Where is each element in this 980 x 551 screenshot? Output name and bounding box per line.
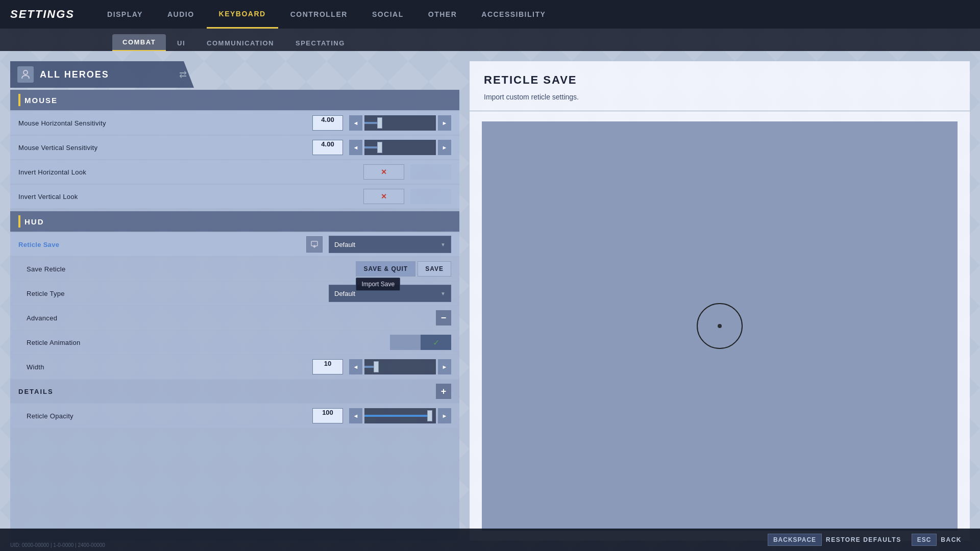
reticle-save-dropdown[interactable]: Default ▼ — [329, 236, 451, 253]
right-panel: RETICLE SAVE Import custom reticle setti… — [470, 61, 970, 541]
mouse-h-sens-track[interactable] — [364, 115, 436, 131]
hero-icon — [17, 66, 34, 83]
invert-v-bg — [410, 189, 451, 204]
details-expand-btn[interactable]: + — [436, 384, 451, 399]
reticle-save-value: Default — [334, 241, 355, 248]
mouse-h-sens-value[interactable]: 4.00 — [312, 115, 343, 131]
details-row: DETAILS + — [10, 380, 459, 403]
hero-name: ALL HEROES — [40, 69, 173, 80]
invert-h-toggle[interactable]: ✕ — [363, 164, 404, 180]
mouse-h-sens-inc[interactable]: ► — [438, 115, 451, 131]
hud-section-header: HUD — [10, 211, 459, 232]
bottom-bar: BACKSPACE RESTORE DEFAULTS ESC BACK — [0, 529, 980, 551]
mouse-section-indicator — [18, 94, 20, 106]
advanced-label: Advanced — [27, 314, 430, 322]
width-slider: ◄ ► — [349, 359, 451, 374]
reticle-opacity-track[interactable] — [364, 408, 436, 423]
save-reticle-row: Save Reticle SAVE & QUIT Import Save SAV… — [10, 257, 459, 281]
nav-other[interactable]: OTHER — [416, 0, 470, 29]
tab-communication[interactable]: COMMUNICATION — [197, 35, 284, 51]
reticle-opacity-label: Reticle Opacity — [27, 412, 306, 420]
reticle-outer-circle — [697, 303, 743, 349]
check-bg — [390, 335, 421, 350]
check-btn[interactable]: ✓ — [421, 335, 451, 350]
reticle-animation-label: Reticle Animation — [27, 339, 384, 346]
width-label: Width — [27, 363, 306, 371]
mouse-section-title: MOUSE — [24, 96, 58, 105]
top-nav: SETTINGS DISPLAY AUDIO KEYBOARD CONTROLL… — [0, 0, 980, 29]
width-inc[interactable]: ► — [438, 359, 451, 374]
sub-tabs: COMBAT UI COMMUNICATION SPECTATING — [0, 29, 980, 51]
details-label: DETAILS — [18, 388, 430, 395]
nav-items: DISPLAY AUDIO KEYBOARD CONTROLLER SOCIAL… — [95, 0, 558, 29]
advanced-collapse-btn[interactable]: − — [436, 310, 451, 325]
mouse-h-sens-label: Mouse Horizontal Sensitivity — [18, 119, 306, 127]
nav-audio[interactable]: AUDIO — [155, 0, 207, 29]
import-save-wrapper: SAVE & QUIT Import Save — [356, 261, 415, 277]
right-panel-header: RETICLE SAVE Import custom reticle setti… — [470, 61, 970, 111]
hero-swap-icon[interactable]: ⇄ — [179, 69, 187, 80]
left-panel: ALL HEROES ⇄ MOUSE Mouse Horizontal Sens… — [10, 61, 459, 541]
hud-section-indicator — [18, 215, 20, 228]
invert-v-label: Invert Vertical Look — [18, 193, 357, 201]
reticle-type-value: Default — [334, 290, 355, 297]
reticle-save-row: Reticle Save Default ▼ — [10, 233, 459, 256]
hud-section-title: HUD — [24, 217, 44, 226]
reticle-opacity-dec[interactable]: ◄ — [349, 408, 362, 423]
tab-combat[interactable]: COMBAT — [112, 34, 166, 51]
svg-point-0 — [23, 70, 28, 74]
invert-v-row: Invert Vertical Look ✕ — [10, 185, 459, 208]
mouse-v-sens-row: Mouse Vertical Sensitivity 4.00 ◄ ► — [10, 136, 459, 159]
mouse-v-sens-dec[interactable]: ◄ — [349, 140, 362, 155]
mouse-section-header: MOUSE — [10, 90, 459, 110]
esc-key: ESC — [912, 534, 937, 546]
nav-accessibility[interactable]: ACCESSIBILITY — [469, 0, 558, 29]
save-controls: SAVE & QUIT Import Save SAVE — [356, 261, 451, 277]
invert-h-label: Invert Horizontal Look — [18, 168, 357, 176]
nav-display[interactable]: DISPLAY — [95, 0, 155, 29]
nav-social[interactable]: SOCIAL — [360, 0, 416, 29]
mouse-h-sens-slider: ◄ ► — [349, 115, 451, 131]
reticle-inner-dot — [718, 324, 722, 328]
backspace-key: BACKSPACE — [768, 534, 822, 546]
advanced-row: Advanced − — [10, 306, 459, 330]
save-reticle-label: Save Reticle — [27, 265, 350, 273]
back-label: BACK — [941, 536, 962, 543]
tab-ui[interactable]: UI — [167, 35, 195, 51]
mouse-h-sens-dec[interactable]: ◄ — [349, 115, 362, 131]
invert-v-toggle[interactable]: ✕ — [363, 189, 404, 204]
mouse-h-sens-row: Mouse Horizontal Sensitivity 4.00 ◄ ► — [10, 111, 459, 135]
reticle-opacity-slider: ◄ ► — [349, 408, 451, 423]
reticle-save-label: Reticle Save — [18, 241, 300, 248]
reticle-animation-row: Reticle Animation ✓ — [10, 331, 459, 354]
width-value[interactable]: 10 — [312, 359, 343, 374]
reticle-import-btn[interactable] — [306, 236, 323, 253]
mouse-v-sens-inc[interactable]: ► — [438, 140, 451, 155]
invert-h-row: Invert Horizontal Look ✕ — [10, 160, 459, 184]
nav-keyboard[interactable]: KEYBOARD — [207, 0, 278, 29]
reticle-preview — [482, 121, 958, 531]
main-content: ALL HEROES ⇄ MOUSE Mouse Horizontal Sens… — [0, 51, 980, 551]
right-panel-desc: Import custom reticle settings. — [484, 92, 955, 103]
reticle-opacity-inc[interactable]: ► — [438, 408, 451, 423]
restore-defaults-label: RESTORE DEFAULTS — [826, 536, 901, 543]
hero-selector[interactable]: ALL HEROES ⇄ — [10, 61, 194, 88]
reticle-save-arrow: ▼ — [440, 242, 446, 247]
width-dec[interactable]: ◄ — [349, 359, 362, 374]
reticle-opacity-row: Reticle Opacity 100 ◄ ► — [10, 404, 459, 428]
reticle-type-label: Reticle Type — [27, 290, 323, 297]
invert-h-bg — [410, 164, 451, 180]
nav-controller[interactable]: CONTROLLER — [278, 0, 360, 29]
width-row: Width 10 ◄ ► — [10, 355, 459, 379]
uid-text: UID: 0000-00000 | 1-0-0000 | 2400-00000 — [10, 542, 105, 548]
reticle-opacity-value[interactable]: 100 — [312, 408, 343, 423]
esc-btn[interactable]: ESC BACK — [912, 534, 970, 546]
save-btn[interactable]: SAVE — [418, 261, 451, 277]
mouse-v-sens-value[interactable]: 4.00 — [312, 140, 343, 155]
width-track[interactable] — [364, 359, 436, 374]
backspace-btn[interactable]: BACKSPACE RESTORE DEFAULTS — [768, 534, 910, 546]
tab-spectating[interactable]: SPECTATING — [285, 35, 355, 51]
import-save-tooltip: Import Save — [356, 278, 400, 291]
mouse-v-sens-track[interactable] — [364, 140, 436, 155]
import-save-btn[interactable]: SAVE & QUIT — [356, 261, 415, 277]
